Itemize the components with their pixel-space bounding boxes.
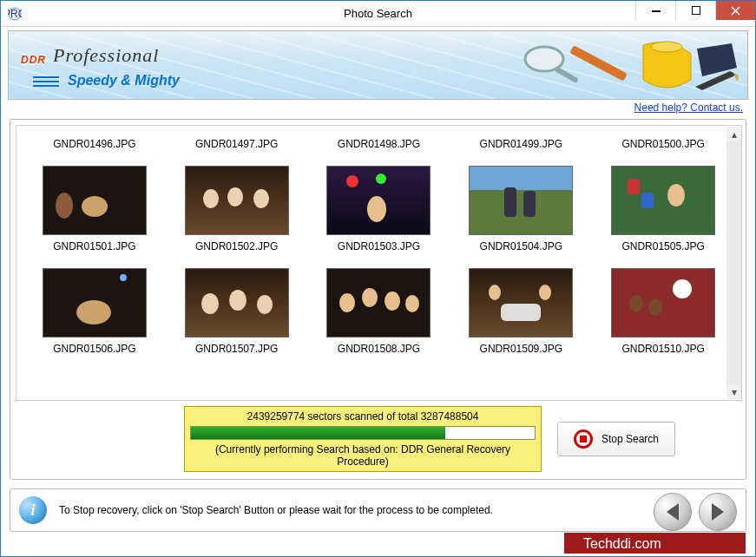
svg-rect-3 [692, 7, 700, 15]
thumbnail[interactable] [611, 268, 715, 337]
thumbnail[interactable] [43, 166, 147, 235]
hint-bar: i To Stop recovery, click on 'Stop Searc… [10, 488, 746, 532]
close-button[interactable] [715, 1, 755, 20]
file-name[interactable]: GNDR01505.JPG [598, 240, 728, 252]
results-panel: GNDR01496.JPG GNDR01497.JPG GNDR01498.JP… [10, 119, 746, 480]
scroll-track[interactable] [726, 141, 741, 384]
svg-rect-2 [652, 10, 661, 12]
progress-sectors-text: 2439259774 sectors scanned of total 3287… [190, 410, 536, 423]
thumbnail[interactable] [611, 166, 715, 235]
file-name[interactable]: GNDR01497.JPG [172, 138, 302, 150]
help-bar: Need help? Contact us. [1, 100, 755, 119]
titlebar: PRO Photo Search [1, 1, 755, 27]
scroll-down-icon[interactable]: ▾ [726, 384, 741, 399]
file-name[interactable]: GNDR01510.JPG [598, 343, 728, 355]
file-name[interactable]: GNDR01498.JPG [313, 138, 444, 150]
scroll-up-icon[interactable]: ▴ [726, 127, 741, 141]
thumbnail[interactable] [185, 166, 289, 235]
logo-tagline: Speedy & Mighty [68, 73, 180, 88]
banner: DDRProfessional Speedy & Mighty [8, 30, 748, 100]
progress-fill [191, 427, 445, 439]
svg-rect-6 [569, 45, 628, 82]
thumbnail[interactable] [326, 166, 431, 235]
maximize-button[interactable] [675, 1, 715, 20]
file-name[interactable]: GNDR01499.JPG [456, 138, 586, 150]
file-name[interactable]: GNDR01496.JPG [30, 138, 160, 150]
thumbnail[interactable] [326, 268, 431, 337]
thumbnail[interactable] [469, 268, 573, 337]
scrollbar[interactable]: ▴ ▾ [726, 127, 741, 399]
file-name[interactable]: GNDR01501.JPG [30, 240, 160, 252]
file-name[interactable]: GNDR01506.JPG [30, 343, 160, 355]
thumbnail-grid[interactable]: GNDR01496.JPG GNDR01497.JPG GNDR01498.JP… [16, 125, 742, 401]
file-name[interactable]: GNDR01509.JPG [456, 343, 586, 355]
progress-mode-text: (Currently performing Search based on: D… [190, 443, 536, 468]
minimize-button[interactable] [635, 1, 675, 20]
file-name[interactable]: GNDR01507.JPG [172, 343, 302, 355]
hint-text: To Stop recovery, click on 'Stop Search'… [59, 504, 737, 516]
arrow-left-icon [667, 503, 679, 521]
file-name[interactable]: GNDR01504.JPG [456, 240, 586, 252]
thumbnail[interactable] [185, 268, 289, 337]
logo-product: Professional [53, 44, 159, 66]
logo-brand: DDR [21, 54, 46, 66]
file-name[interactable]: GNDR01502.JPG [172, 240, 302, 252]
help-link[interactable]: Need help? Contact us. [634, 102, 743, 114]
app-window: PRO Photo Search DDRProfessional Speedy … [0, 0, 756, 557]
thumbnail[interactable] [469, 166, 573, 235]
stop-search-button[interactable]: Stop Search [557, 422, 675, 456]
stop-search-label: Stop Search [602, 433, 659, 445]
thumbnail[interactable] [43, 268, 147, 337]
arrow-right-icon [712, 503, 724, 521]
svg-rect-5 [554, 66, 579, 83]
logo: DDRProfessional [21, 36, 159, 70]
prev-button[interactable] [654, 493, 692, 531]
next-button[interactable] [699, 493, 737, 531]
stop-icon [574, 429, 593, 449]
progress-bar [190, 426, 536, 440]
file-name[interactable]: GNDR01503.JPG [313, 240, 444, 252]
file-name[interactable]: GNDR01500.JPG [598, 138, 728, 150]
info-icon: i [19, 496, 47, 524]
progress-box: 2439259774 sectors scanned of total 3287… [184, 406, 542, 472]
watermark: Techddi.com [564, 533, 746, 554]
file-name[interactable]: GNDR01508.JPG [313, 343, 444, 355]
banner-tools-art [513, 36, 739, 97]
svg-point-7 [651, 42, 682, 52]
